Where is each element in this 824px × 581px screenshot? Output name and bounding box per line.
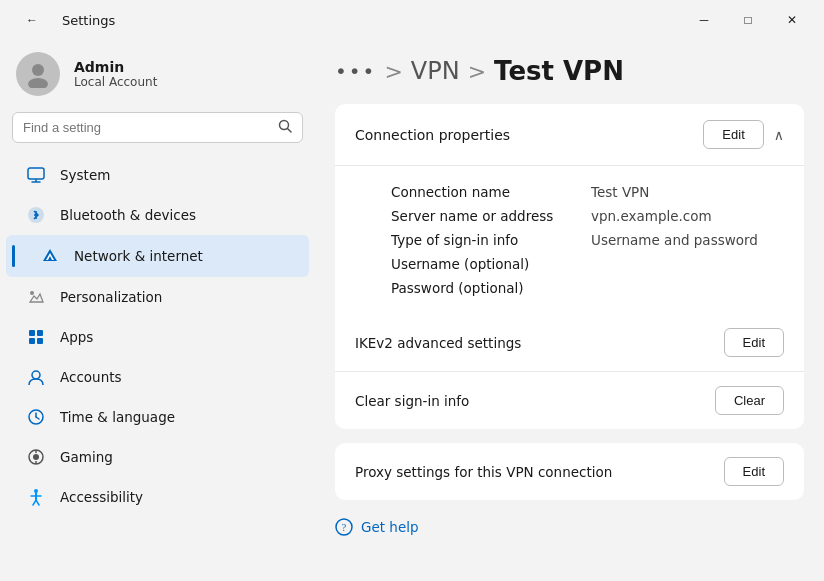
breadcrumb-vpn[interactable]: VPN [411, 57, 460, 85]
get-help-icon: ? [335, 518, 353, 536]
proxy-section: Proxy settings for this VPN connection E… [335, 443, 804, 500]
breadcrumb-sep1: > [384, 59, 402, 84]
window-controls: ─ □ ✕ [684, 5, 812, 35]
svg-rect-16 [37, 338, 43, 344]
user-section: Admin Local Account [0, 40, 315, 112]
sidebar-item-personalization[interactable]: Personalization [6, 277, 309, 317]
bluetooth-icon [26, 205, 46, 225]
prop-value-server: vpn.example.com [591, 208, 712, 224]
search-input[interactable] [23, 120, 270, 135]
user-type: Local Account [74, 75, 157, 89]
sidebar-item-label: Gaming [60, 449, 113, 465]
svg-line-3 [288, 129, 292, 133]
apps-icon [26, 327, 46, 347]
prop-label: Type of sign-in info [391, 232, 571, 248]
proxy-edit-button[interactable]: Edit [724, 457, 784, 486]
network-icon [40, 246, 60, 266]
proxy-card: Proxy settings for this VPN connection E… [335, 443, 804, 500]
prop-label: Username (optional) [391, 256, 571, 272]
user-name: Admin [74, 59, 157, 75]
connection-properties-title: Connection properties [355, 127, 510, 143]
prop-row-password: Password (optional) [391, 276, 764, 300]
prop-row-connection-name: Connection name Test VPN [391, 180, 764, 204]
accounts-icon [26, 367, 46, 387]
svg-point-1 [28, 78, 48, 88]
accessibility-icon [26, 487, 46, 507]
prop-label: Password (optional) [391, 280, 571, 296]
clear-signin-section: Clear sign-in info Clear [335, 371, 804, 429]
connection-properties-header: Connection properties Edit ∧ [335, 104, 804, 166]
sidebar-item-time[interactable]: Time & language [6, 397, 309, 437]
sidebar-item-accessibility[interactable]: Accessibility [6, 477, 309, 517]
prop-row-server-address: Server name or address vpn.example.com [391, 204, 764, 228]
connection-properties-body: Connection name Test VPN Server name or … [335, 166, 804, 314]
sidebar-item-network[interactable]: Network & internet [6, 235, 309, 277]
sidebar-item-system[interactable]: System [6, 155, 309, 195]
search-icon [278, 119, 292, 136]
avatar [16, 52, 60, 96]
svg-point-12 [30, 291, 34, 295]
clear-signin-label: Clear sign-in info [355, 393, 469, 409]
svg-point-17 [32, 371, 40, 379]
get-help-label: Get help [361, 519, 419, 535]
sidebar: Admin Local Account [0, 40, 315, 581]
sidebar-item-label: System [60, 167, 110, 183]
prop-row-username: Username (optional) [391, 252, 764, 276]
back-button[interactable]: ← [12, 5, 52, 35]
sidebar-item-label: Network & internet [74, 248, 203, 264]
sidebar-item-apps[interactable]: Apps [6, 317, 309, 357]
proxy-label: Proxy settings for this VPN connection [355, 464, 612, 480]
svg-rect-4 [28, 168, 44, 179]
time-icon [26, 407, 46, 427]
svg-text:?: ? [342, 522, 347, 533]
system-icon [26, 165, 46, 185]
maximize-button[interactable]: □ [728, 5, 768, 35]
svg-rect-15 [29, 338, 35, 344]
prop-row-signin-type: Type of sign-in info Username and passwo… [391, 228, 764, 252]
breadcrumb-dots[interactable]: ••• [335, 59, 376, 83]
sidebar-item-label: Accessibility [60, 489, 143, 505]
sidebar-item-bluetooth[interactable]: Bluetooth & devices [6, 195, 309, 235]
connection-edit-button[interactable]: Edit [703, 120, 763, 149]
user-info: Admin Local Account [74, 59, 157, 89]
sidebar-item-label: Personalization [60, 289, 162, 305]
personalization-icon [26, 287, 46, 307]
sidebar-item-label: Time & language [60, 409, 175, 425]
titlebar: ← Settings ─ □ ✕ [0, 0, 824, 40]
connection-properties-actions: Edit ∧ [703, 120, 784, 149]
connection-properties-card: Connection properties Edit ∧ Connection … [335, 104, 804, 429]
breadcrumb-current: Test VPN [494, 56, 624, 86]
prop-label: Server name or address [391, 208, 571, 224]
search-bar[interactable] [12, 112, 303, 143]
svg-point-0 [32, 64, 44, 76]
main-content: ••• > VPN > Test VPN Connection properti… [315, 40, 824, 581]
nav-list: System Bluetooth & devices [0, 155, 315, 517]
svg-line-28 [33, 500, 36, 505]
window-title: Settings [62, 13, 115, 28]
get-help-link[interactable]: ? Get help [335, 514, 804, 540]
close-button[interactable]: ✕ [772, 5, 812, 35]
prop-label: Connection name [391, 184, 571, 200]
svg-line-20 [36, 417, 39, 419]
sidebar-item-label: Accounts [60, 369, 122, 385]
ikev2-label: IKEv2 advanced settings [355, 335, 521, 351]
ikev2-section: IKEv2 advanced settings Edit [335, 314, 804, 371]
svg-rect-14 [37, 330, 43, 336]
gaming-icon [26, 447, 46, 467]
active-indicator [12, 245, 15, 267]
prop-value-connection-name: Test VPN [591, 184, 649, 200]
breadcrumb: ••• > VPN > Test VPN [335, 56, 804, 86]
sidebar-item-accounts[interactable]: Accounts [6, 357, 309, 397]
minimize-button[interactable]: ─ [684, 5, 724, 35]
chevron-up-icon[interactable]: ∧ [774, 127, 784, 143]
clear-signin-button[interactable]: Clear [715, 386, 784, 415]
ikev2-edit-button[interactable]: Edit [724, 328, 784, 357]
sidebar-item-label: Bluetooth & devices [60, 207, 196, 223]
svg-rect-13 [29, 330, 35, 336]
sidebar-item-label: Apps [60, 329, 93, 345]
svg-line-29 [36, 500, 39, 505]
prop-value-signin-type: Username and password [591, 232, 758, 248]
sidebar-item-gaming[interactable]: Gaming [6, 437, 309, 477]
svg-point-22 [33, 454, 39, 460]
breadcrumb-sep2: > [468, 59, 486, 84]
